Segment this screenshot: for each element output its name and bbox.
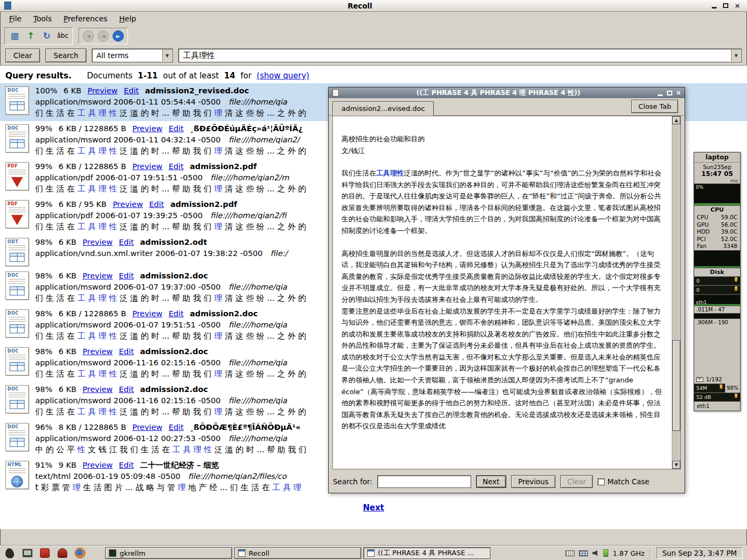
doc-history-icon[interactable]: ▦ <box>7 29 22 43</box>
result-text: 98% 6 KB Preview Edit admission2.doc app… <box>35 346 306 380</box>
temperature-sensors: CPU59.0CGPU56.0CHDD39.0CPCI52.0C <box>694 214 740 243</box>
memory-row: 54M 98% <box>694 383 740 393</box>
preview-link[interactable]: Preview <box>113 200 142 209</box>
refresh-icon[interactable]: ↻ <box>39 29 54 43</box>
preview-tab[interactable]: admission2...evised.doc <box>332 101 434 116</box>
result-title: admission2.doc <box>140 347 208 356</box>
maximize-icon[interactable] <box>665 89 674 97</box>
mime-and-date: application/vnd.sun.xml.writer 2006-01-0… <box>35 249 263 258</box>
result-snippet: t 彩 票 管 理 生 活 图 片 ... 战 略 与 管 理 地 产 经 ..… <box>35 482 301 493</box>
preview-tab-label: admission2...evised.doc <box>341 105 425 113</box>
gkrellm-mini-label: mo <box>694 178 740 183</box>
scroll-up-icon[interactable]: ▲ <box>672 116 680 124</box>
volume-value: 52 dB <box>696 394 711 400</box>
find-input[interactable] <box>377 475 471 488</box>
result-snippet: 们 生 活 在 工 具 理 性 泛 滥 的 时 ... 帮 助 我 们 理 清 … <box>35 406 306 418</box>
preview-find-bar: Search for: Next Previous Clear Match Ca… <box>333 474 680 490</box>
mail-launcher-icon[interactable] <box>56 547 69 559</box>
edit-link[interactable]: Edit <box>169 124 184 133</box>
icon-text-lines <box>9 132 26 138</box>
preview-link[interactable]: Preview <box>132 423 162 431</box>
search-button[interactable]: Search <box>45 49 86 62</box>
find-next-button[interactable]: Next <box>476 475 506 488</box>
preview-link[interactable]: Preview <box>83 385 113 394</box>
keyboard-layout-icon[interactable] <box>566 550 575 556</box>
result-text: 91% 9 KB Preview Edit 二十一世纪经济 – 细览 text/… <box>35 460 301 493</box>
preview-link[interactable]: Preview <box>83 461 113 469</box>
docs-range: 1-11 <box>138 71 158 81</box>
file-type-label: DOC <box>6 386 28 391</box>
next-page-link[interactable]: Next <box>0 503 747 513</box>
preview-link[interactable]: Preview <box>83 271 113 280</box>
menu-preferences[interactable]: Preferences <box>58 13 113 25</box>
menu-help[interactable]: Help <box>113 13 142 25</box>
edit-link[interactable]: Edit <box>119 461 134 469</box>
find-clear-button[interactable]: Clear <box>560 475 593 488</box>
keyboard-grid-icon[interactable] <box>579 550 588 556</box>
maximize-icon[interactable] <box>720 1 731 11</box>
close-icon[interactable]: × <box>674 89 683 97</box>
menu-file[interactable]: File <box>3 13 27 25</box>
menu-tools[interactable]: Tools <box>27 13 58 25</box>
preview-link[interactable]: Preview <box>132 309 162 318</box>
taskbar-button[interactable]: Recoll <box>234 547 361 559</box>
results-header: Query results. Documents 1-11 out of at … <box>0 66 747 83</box>
edit-link[interactable]: Edit <box>169 162 184 171</box>
icon-art <box>10 438 25 447</box>
edit-link[interactable]: Edit <box>119 238 134 246</box>
chevron-down-icon[interactable]: ▼ <box>731 50 741 61</box>
fan-label: Fan <box>697 243 706 250</box>
first-page-button[interactable]: ◄ <box>83 30 94 42</box>
footprint-launcher-icon[interactable] <box>3 547 16 559</box>
clear-button[interactable]: Clear <box>5 49 40 62</box>
minimize-icon[interactable] <box>709 1 719 11</box>
edit-link[interactable]: Edit <box>119 271 134 280</box>
result-text: 98% 6 KB Preview Edit admission2.doc app… <box>35 270 306 304</box>
search-bar: Clear Search All terms ▼ ▼ <box>0 46 747 65</box>
edit-link[interactable]: Edit <box>119 385 134 394</box>
minimize-icon[interactable] <box>656 89 665 97</box>
preview-link[interactable]: Preview <box>132 162 162 171</box>
file-type-icon: DOC <box>5 86 29 115</box>
sort-icon[interactable]: ↑ <box>23 29 38 43</box>
query-input[interactable] <box>179 51 741 60</box>
preview-link[interactable]: Preview <box>83 238 113 246</box>
file-type-icon: PDF <box>5 200 29 228</box>
scrollbar-thumb[interactable] <box>672 340 680 431</box>
icon-text-lines <box>9 393 26 398</box>
terminal-launcher-icon[interactable] <box>21 547 34 559</box>
icon-text-lines <box>9 94 26 100</box>
match-case-checkbox[interactable] <box>598 478 605 485</box>
taskbar-button[interactable]: gkrellm <box>105 547 232 559</box>
search-mode-select[interactable]: All terms ▼ <box>92 49 173 62</box>
preview-titlebar[interactable]: ((工 PHRASE 4 具 PHRASE 4 理 PHRASE 4 性)) × <box>329 87 685 98</box>
volume-icon[interactable] <box>592 550 599 557</box>
edit-link[interactable]: Edit <box>124 86 139 95</box>
term-explorer-icon[interactable]: âbc <box>55 29 70 43</box>
edit-link[interactable]: Edit <box>149 200 164 209</box>
preview-scrollbar[interactable]: ▲ ▼ <box>672 116 680 469</box>
close-tab-button[interactable]: Close Tab <box>631 100 678 113</box>
battery-icon[interactable] <box>603 549 608 557</box>
preview-link[interactable]: Preview <box>88 86 117 95</box>
edit-link[interactable]: Edit <box>119 347 134 356</box>
prev-page-button[interactable]: ◄ <box>98 30 109 42</box>
find-previous-button[interactable]: Previous <box>511 475 555 488</box>
preview-link[interactable]: Preview <box>83 347 113 356</box>
chevron-down-icon[interactable]: ▼ <box>162 50 172 61</box>
file-type-label: DOC <box>6 348 28 354</box>
taskbar-button[interactable]: ((工 PHRASE 4 具 PHRASE ... <box>363 547 490 559</box>
edit-link[interactable]: Edit <box>169 309 184 318</box>
sensor-hdd: HDD39.0C <box>694 228 740 236</box>
media-launcher-icon[interactable] <box>38 547 51 559</box>
edit-link[interactable]: Edit <box>169 423 184 431</box>
scroll-down-icon[interactable]: ▼ <box>672 461 680 469</box>
firefox-launcher-icon[interactable] <box>74 547 86 559</box>
show-query-link[interactable]: (show query) <box>257 71 309 81</box>
next-page-button[interactable]: ► <box>113 30 124 42</box>
close-icon[interactable]: × <box>732 1 743 11</box>
preview-link[interactable]: Preview <box>132 124 162 133</box>
file-size: 6 KB <box>59 238 76 246</box>
mime-and-date: application/msword 2006-01-11 04:32:14 -… <box>35 135 221 144</box>
cpu-section-label: CPU <box>694 206 740 214</box>
